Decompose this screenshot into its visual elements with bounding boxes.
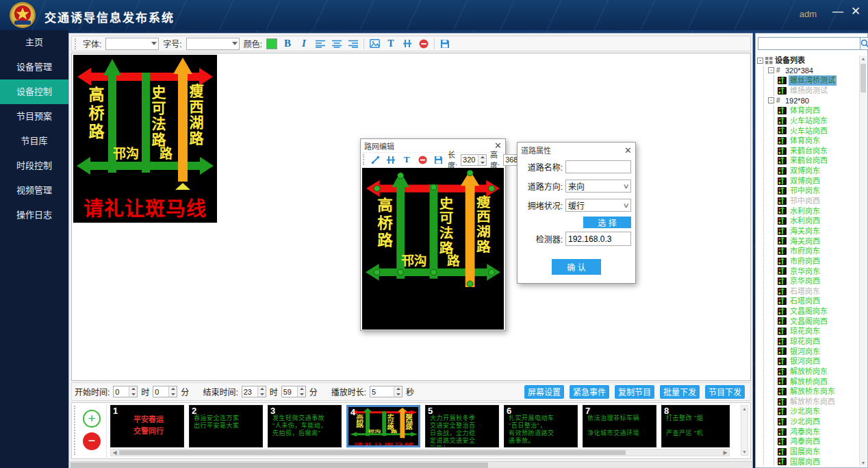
align-right-icon[interactable]: [347, 38, 359, 50]
select-button[interactable]: 选 择: [583, 217, 631, 228]
action-button-批量下发[interactable]: 批量下发: [660, 385, 700, 399]
search-button[interactable]: [860, 37, 868, 50]
device-item[interactable]: 琼花岗东: [778, 326, 858, 336]
congestion-select[interactable]: 缓行∨: [565, 199, 631, 212]
confirm-button[interactable]: 确 认: [552, 259, 601, 275]
device-item[interactable]: 银河岗西: [778, 356, 858, 367]
device-item[interactable]: 银河岗东: [778, 347, 858, 357]
device-item[interactable]: 邗中岗西: [778, 196, 858, 206]
length-input[interactable]: [461, 154, 487, 166]
tree-group-row[interactable]: - # 192*80: [768, 96, 858, 106]
device-item[interactable]: 市府岗东: [778, 246, 858, 256]
spinner-arrows[interactable]: [478, 155, 486, 165]
device-item[interactable]: 水利岗西: [778, 216, 858, 226]
align-center-icon[interactable]: [331, 38, 343, 50]
device-item[interactable]: 邗中岗东: [778, 186, 858, 196]
device-item[interactable]: 来鹤台岗西: [778, 156, 858, 166]
device-item[interactable]: 石塔岗西: [778, 296, 858, 306]
sidebar-item-操作日志[interactable]: 操作日志: [0, 203, 68, 227]
font-select[interactable]: [105, 38, 159, 50]
road-network-icon[interactable]: [385, 153, 397, 166]
action-button-紧急事件[interactable]: 紧急事件: [570, 385, 609, 399]
minimize-icon[interactable]: —: [831, 5, 845, 18]
draw-line-icon[interactable]: [369, 153, 381, 166]
scrollbar-thumb[interactable]: [71, 463, 488, 468]
collapse-icon[interactable]: -: [768, 67, 774, 73]
add-program-button[interactable]: +: [83, 410, 101, 428]
save-icon[interactable]: [439, 38, 451, 50]
main-hscrollbar[interactable]: [69, 461, 752, 468]
device-search-input[interactable]: [758, 37, 860, 50]
program-thumbnail[interactable]: 4 高桥路 史可法路 瘦西湖路 邗沟: [346, 405, 420, 447]
scrollbar-thumb[interactable]: [119, 450, 626, 455]
text-tool-icon[interactable]: T: [400, 153, 413, 166]
road-network-icon[interactable]: [401, 38, 413, 50]
device-item[interactable]: 解放桥岗西: [778, 377, 858, 387]
device-item[interactable]: 体育岗西: [778, 106, 858, 116]
action-button-屏幕设置[interactable]: 屏幕设置: [524, 385, 564, 399]
edit-canvas[interactable]: 高桥路 史可法路 瘦西湖路 邗沟 路 请礼让斑马线 路网编辑 ✕ T 长度:: [71, 53, 751, 381]
road-name-input[interactable]: [565, 160, 631, 173]
duration-input[interactable]: [370, 386, 403, 397]
device-item[interactable]: 京华岗东: [778, 266, 858, 276]
start-minute-input[interactable]: [153, 386, 177, 397]
remove-program-button[interactable]: −: [83, 432, 101, 450]
device-item[interactable]: 螺丝湾桥测试: [778, 75, 858, 86]
collapse-icon[interactable]: -: [768, 97, 774, 103]
scrollbar-thumb[interactable]: [860, 64, 866, 93]
sidebar-item-视频管理[interactable]: 视频管理: [0, 178, 68, 203]
road-direction-select[interactable]: 来向∨: [565, 180, 631, 193]
device-item[interactable]: 文昌阁岗西: [778, 317, 858, 327]
device-item[interactable]: 解放桥东岗西: [778, 397, 858, 407]
action-button-节目下发[interactable]: 节目下发: [705, 385, 745, 399]
bold-button[interactable]: B: [281, 38, 294, 50]
sidebar-item-时段控制[interactable]: 时段控制: [0, 153, 68, 178]
device-item[interactable]: 来鹤台岗东: [778, 146, 858, 156]
action-button-复制节目[interactable]: 复制节目: [615, 385, 654, 399]
device-item[interactable]: 琼花岗西: [778, 336, 858, 347]
device-item[interactable]: 海关岗东: [778, 226, 858, 236]
thumbnail-vscrollbar[interactable]: ▲ ▼: [741, 405, 748, 456]
sidebar-item-节目库[interactable]: 节目库: [0, 129, 68, 153]
tree-root-row[interactable]: - 设备列表: [757, 56, 858, 66]
device-item[interactable]: 双博岗西: [778, 176, 858, 186]
end-hour-input[interactable]: [242, 386, 266, 397]
device-item[interactable]: 维扬岗测试: [778, 86, 858, 96]
scroll-left-icon[interactable]: ◀: [111, 449, 118, 456]
program-thumbnail[interactable]: 6 扎实开展电动车"百日整治"，有效预防道路交通事故。: [504, 405, 578, 447]
device-item[interactable]: 国展岗东: [778, 447, 858, 457]
start-hour-input[interactable]: [113, 386, 138, 397]
tree-scrollbar[interactable]: ▲ ▼: [859, 56, 867, 466]
font-size-select[interactable]: [186, 38, 240, 50]
device-item[interactable]: 水利岗东: [778, 206, 858, 217]
program-thumbnail[interactable]: 5 大力开展秋冬季交通安全整治百日会战，全力稳定道路交通安全形势！: [425, 405, 499, 447]
device-item[interactable]: 双博岗东: [778, 166, 858, 176]
sidebar-item-节目预案[interactable]: 节目预案: [0, 104, 68, 129]
strip-grip[interactable]: [74, 406, 77, 455]
text-tool-icon[interactable]: T: [385, 38, 397, 50]
collapse-icon[interactable]: -: [757, 58, 763, 64]
road-network-diagram[interactable]: 高桥路 史可法路 瘦西湖路 邗沟 路 请礼让斑马线: [362, 168, 504, 330]
device-item[interactable]: 石塔岗东: [778, 286, 858, 297]
program-thumbnail[interactable]: 3 发生轻微交通事故"人未伤，车能动，先拍照，后撤离": [268, 405, 342, 447]
device-item[interactable]: 火车站岗西: [778, 125, 858, 136]
detector-input[interactable]: [565, 232, 631, 246]
color-swatch[interactable]: [266, 38, 277, 49]
delete-icon[interactable]: [416, 153, 429, 166]
tree-group-row[interactable]: - # 320*384: [768, 66, 858, 76]
scroll-down-icon[interactable]: ▼: [860, 460, 867, 465]
device-item[interactable]: 文昌阁岗东: [778, 306, 858, 317]
sidebar-item-主页[interactable]: 主页: [0, 30, 68, 55]
end-minute-input[interactable]: [281, 386, 306, 397]
device-item[interactable]: 解放桥岗东: [778, 367, 858, 377]
toolbar-grip[interactable]: [363, 154, 364, 165]
device-item[interactable]: 沙北岗东: [778, 406, 858, 417]
device-item[interactable]: 火车站岗东: [778, 116, 858, 126]
toolbar-grip[interactable]: [75, 38, 77, 49]
device-item[interactable]: 海关岗西: [778, 236, 858, 247]
device-item[interactable]: 沙北岗西: [778, 417, 858, 427]
program-thumbnail[interactable]: 1 平安春运交警同行: [110, 405, 184, 447]
image-icon[interactable]: [368, 38, 381, 50]
device-item[interactable]: 解放桥东岗东: [778, 386, 858, 397]
delete-icon[interactable]: [418, 38, 430, 50]
